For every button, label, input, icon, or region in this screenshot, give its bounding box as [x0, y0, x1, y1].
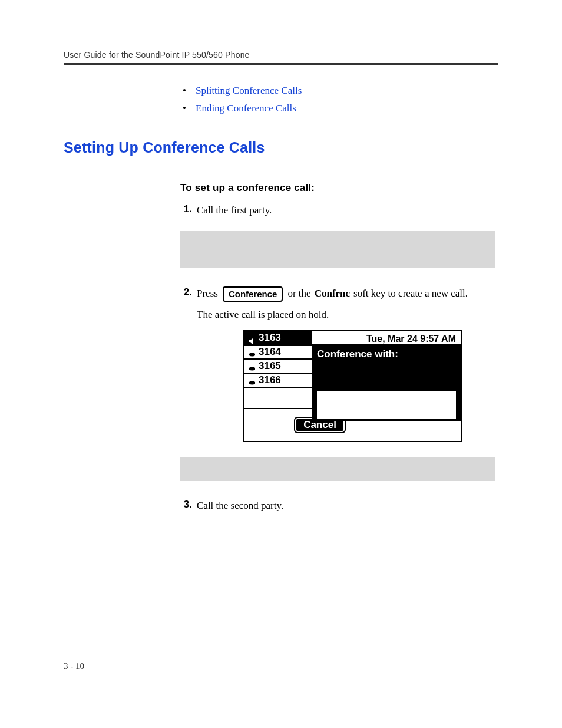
- step-text: Call the first party.: [197, 203, 498, 218]
- lcd-line-4: 3166: [243, 373, 313, 388]
- line-ext: 3165: [259, 359, 281, 374]
- link-ending[interactable]: Ending Conference Calls: [196, 103, 296, 114]
- line-ext: 3163: [259, 331, 281, 345]
- step-number: 3.: [180, 499, 197, 510]
- speaker-icon: [248, 335, 256, 342]
- lcd-input-area: [317, 391, 456, 419]
- step-text: The active call is placed on hold.: [197, 308, 498, 322]
- note-band: [180, 457, 495, 481]
- note-band: [180, 231, 495, 268]
- lcd-line-1: 3163: [243, 331, 313, 345]
- phone-icon: [248, 377, 256, 384]
- running-head: User Guide for the SoundPoint IP 550/560…: [64, 50, 498, 60]
- header-rule: [64, 63, 498, 65]
- phone-icon: [248, 349, 256, 356]
- line-ext: 3164: [259, 345, 281, 360]
- step-2: 2. Press Conference or the Confrnc soft …: [180, 286, 498, 443]
- conference-key: Conference: [223, 286, 283, 302]
- step-3: 3. Call the second party.: [180, 499, 498, 513]
- phone-lcd: 3163 3164: [243, 330, 462, 442]
- step-text: or the: [287, 286, 310, 301]
- step-text: soft key to create a new call.: [353, 286, 468, 301]
- lcd-prompt: Conference with:: [317, 348, 398, 360]
- step-number: 1.: [180, 203, 197, 215]
- step-text: Press: [197, 286, 218, 301]
- lcd-line-3: 3165: [243, 359, 313, 374]
- page-number: 3 - 10: [64, 661, 84, 671]
- lcd-line-keys: 3163 3164: [244, 331, 312, 408]
- list-item: Ending Conference Calls: [180, 103, 498, 114]
- procedure-heading: To set up a conference call:: [180, 182, 498, 194]
- softkey-name: Confrnc: [315, 286, 350, 301]
- step-text: Call the second party.: [197, 499, 498, 513]
- lcd-line-2: 3164: [243, 345, 313, 360]
- list-item: Splitting Conference Calls: [180, 85, 498, 97]
- link-splitting[interactable]: Splitting Conference Calls: [196, 85, 302, 96]
- lcd-body: Conference with:: [312, 345, 461, 421]
- section-heading: Setting Up Conference Calls: [64, 139, 498, 156]
- line-ext: 3166: [259, 373, 281, 388]
- link-list: Splitting Conference Calls Ending Confer…: [180, 85, 498, 114]
- phone-icon: [248, 363, 256, 370]
- step-1: 1. Call the first party.: [180, 203, 498, 218]
- lcd-datetime: Tue, Mar 24 9:57 AM: [312, 331, 461, 345]
- step-number: 2.: [180, 286, 197, 298]
